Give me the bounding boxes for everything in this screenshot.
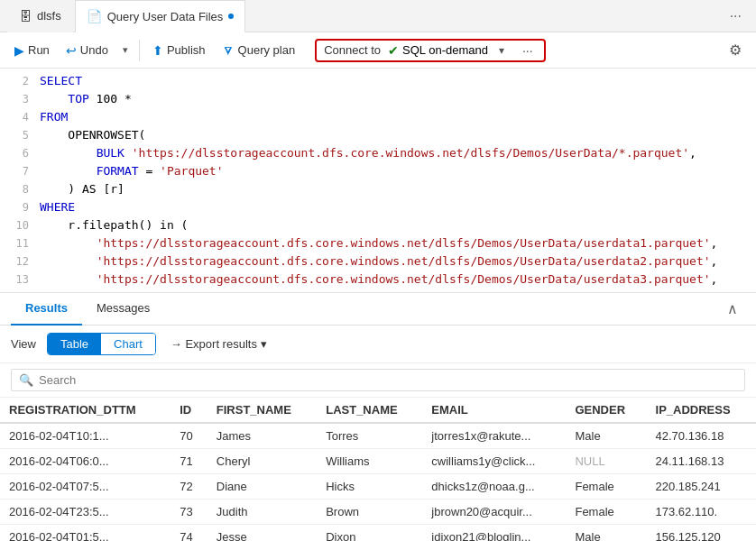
undo-dropdown-button[interactable]: ▾ — [117, 41, 134, 60]
export-button[interactable]: → Export results ▾ — [163, 334, 274, 354]
query-plan-icon: ⛛ — [222, 43, 235, 58]
table-cell: James — [207, 423, 317, 449]
col-email: EMAIL — [422, 398, 566, 423]
col-id: ID — [171, 398, 207, 423]
search-bar: 🔍 — [0, 363, 756, 398]
results-collapse-button[interactable]: ∧ — [720, 300, 745, 317]
code-line-8: 8 ) AS [r] — [0, 180, 756, 198]
code-line-10: 10 r.filepath() in ( — [0, 216, 756, 234]
code-line-4: 4 FROM — [0, 108, 756, 126]
null-value: NULL — [575, 454, 604, 468]
table-cell: 24.11.168.13 — [647, 449, 756, 474]
results-area: Results Messages ∧ View Table Chart → Ex… — [0, 293, 756, 541]
table-row: 2016-02-04T10:1...70JamesTorresjtorres1x… — [0, 423, 756, 449]
view-toolbar: View Table Chart → Export results ▾ — [0, 326, 756, 363]
table-container[interactable]: REGISTRATION_DTTM ID FIRST_NAME LAST_NAM… — [0, 398, 756, 541]
tab-dlsfs[interactable]: 🗄 dlsfs — [7, 0, 73, 32]
query-plan-label: Query plan — [238, 43, 296, 57]
toolbar: ▶ Run ↩ Undo ▾ ⬆ Publish ⛛ Query plan Co… — [0, 32, 756, 69]
tab-messages-label: Messages — [97, 301, 150, 315]
code-line-9: 9 WHERE — [0, 198, 756, 216]
table-cell: cwilliams1y@click... — [422, 449, 566, 474]
table-cell: Male — [566, 525, 646, 542]
export-dropdown-icon: ▾ — [261, 337, 267, 351]
file-icon: 📄 — [87, 9, 102, 23]
table-cell: 74 — [171, 525, 207, 542]
chart-view-button[interactable]: Chart — [101, 334, 155, 354]
status-check-icon: ✔ — [388, 43, 399, 58]
table-cell: 2016-02-04T07:5... — [0, 474, 171, 500]
tab-query[interactable]: 📄 Query User Data Files — [75, 0, 246, 32]
code-line-6: 6 BULK 'https://dlsstorageaccount.dfs.co… — [0, 144, 756, 162]
table-cell: Judith — [207, 500, 317, 525]
view-label: View — [11, 337, 36, 351]
table-view-button[interactable]: Table — [48, 334, 101, 354]
tab-modified-dot — [228, 14, 234, 19]
export-label: → Export results — [171, 337, 257, 351]
table-row: 2016-02-04T06:0...71CherylWilliamscwilli… — [0, 449, 756, 474]
table-cell: 220.185.241 — [647, 474, 756, 500]
code-line-5: 5 OPENROWSET( — [0, 126, 756, 144]
run-icon: ▶ — [14, 43, 24, 58]
table-header-row: REGISTRATION_DTTM ID FIRST_NAME LAST_NAM… — [0, 398, 756, 423]
table-cell: jbrown20@acquir... — [422, 500, 566, 525]
run-button[interactable]: ▶ Run — [7, 40, 57, 61]
publish-icon: ⬆ — [152, 43, 163, 58]
table-cell: Female — [566, 500, 646, 525]
table-body: 2016-02-04T10:1...70JamesTorresjtorres1x… — [0, 423, 756, 541]
table-cell: 156.125.120 — [647, 525, 756, 542]
table-cell: Male — [566, 423, 646, 449]
table-row: 2016-02-04T07:5...72DianeHicksdhicks1z@n… — [0, 474, 756, 500]
table-cell: Jesse — [207, 525, 317, 542]
code-line-11: 11 'https://dlsstorageaccount.dfs.core.w… — [0, 234, 756, 252]
connection-name: SQL on-demand — [402, 43, 488, 57]
separator-1 — [139, 40, 140, 61]
tab-messages[interactable]: Messages — [82, 293, 164, 326]
connect-dropdown-button[interactable]: ▾ — [495, 42, 508, 59]
tab-results[interactable]: Results — [11, 293, 82, 326]
search-input-wrap: 🔍 — [11, 369, 745, 391]
code-line-12: 12 'https://dlsstorageaccount.dfs.core.w… — [0, 252, 756, 270]
table-cell: Brown — [317, 500, 422, 525]
undo-label: Undo — [80, 43, 108, 57]
tab-results-label: Results — [25, 301, 68, 315]
table-cell: Hicks — [317, 474, 422, 500]
table-cell: NULL — [566, 449, 646, 474]
publish-button[interactable]: ⬆ Publish — [145, 40, 213, 61]
col-ip-address: IP_ADDRESS — [647, 398, 756, 423]
search-input[interactable] — [39, 373, 737, 387]
search-icon: 🔍 — [19, 373, 33, 387]
connection-status: ✔ SQL on-demand — [388, 43, 488, 58]
table-cell: 42.70.136.18 — [647, 423, 756, 449]
tab-more-button[interactable]: ··· — [723, 8, 749, 24]
run-label: Run — [28, 43, 50, 57]
code-line-2: 2 SELECT — [0, 72, 756, 90]
table-row: 2016-02-04T23:5...73JudithBrownjbrown20@… — [0, 500, 756, 525]
table-cell: 2016-02-04T06:0... — [0, 449, 171, 474]
connect-more-button[interactable]: ··· — [519, 43, 537, 58]
table-cell: 70 — [171, 423, 207, 449]
undo-button[interactable]: ↩ Undo — [59, 40, 115, 61]
connect-to-label: Connect to — [324, 43, 381, 57]
table-cell: 2016-02-04T23:5... — [0, 500, 171, 525]
query-plan-button[interactable]: ⛛ Query plan — [215, 40, 303, 61]
code-line-7: 7 FORMAT = 'Parquet' — [0, 162, 756, 180]
table-cell: Cheryl — [207, 449, 317, 474]
results-tabs: Results Messages ∧ — [0, 293, 756, 326]
tab-dlsfs-label: dlsfs — [37, 9, 61, 23]
table-cell: 2016-02-04T10:1... — [0, 423, 171, 449]
table-cell: Williams — [317, 449, 422, 474]
table-cell: jdixon21@bloglin... — [422, 525, 566, 542]
data-table: REGISTRATION_DTTM ID FIRST_NAME LAST_NAM… — [0, 398, 756, 541]
code-line-3: 3 TOP 100 * — [0, 90, 756, 108]
table-cell: 72 — [171, 474, 207, 500]
col-last-name: LAST_NAME — [317, 398, 422, 423]
settings-button[interactable]: ⚙ — [722, 38, 749, 62]
publish-label: Publish — [167, 43, 206, 57]
toolbar-right: ⚙ — [722, 38, 749, 62]
col-gender: GENDER — [566, 398, 646, 423]
table-cell: 73 — [171, 500, 207, 525]
table-cell: 71 — [171, 449, 207, 474]
code-editor[interactable]: 2 SELECT 3 TOP 100 * 4 FROM 5 OPENROWSET… — [0, 69, 756, 293]
undo-icon: ↩ — [66, 43, 77, 58]
